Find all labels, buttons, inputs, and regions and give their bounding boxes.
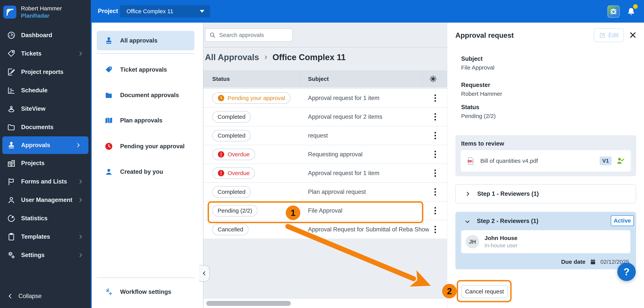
reviewer-card[interactable]: JH John House In-house user: [461, 230, 630, 253]
table-row[interactable]: Overdue Approval request for 1 item: [204, 164, 447, 183]
horizontal-scrollbar: [204, 299, 447, 308]
row-menu-kebab-icon[interactable]: [434, 207, 436, 214]
main-sidebar: Robert Hammer PlanRadar Dashboard Ticket…: [0, 0, 91, 308]
sidebar-item-dashboard[interactable]: Dashboard: [0, 26, 91, 44]
sidebar-item-forms-and-lists[interactable]: Forms and Lists: [0, 172, 91, 191]
brand-block: Robert Hammer PlanRadar: [3, 5, 62, 19]
row-menu-kebab-icon[interactable]: [434, 132, 436, 139]
sidebar-item-approvals[interactable]: Approvals: [2, 136, 88, 154]
search-box[interactable]: [205, 28, 293, 42]
documents-icon: [7, 123, 16, 132]
step1-section[interactable]: Step 1 - Reviewers (1): [455, 184, 636, 203]
subnav-item-ticket-approvals[interactable]: Ticket approvals: [97, 60, 194, 79]
row-menu-kebab-icon[interactable]: [434, 113, 436, 121]
table-row[interactable]: Completed Plan approval request: [204, 183, 447, 201]
status-badge: Completed: [212, 186, 251, 198]
status-badge: Completed: [212, 111, 251, 123]
search-input[interactable]: [219, 32, 288, 38]
table-row[interactable]: Completed request: [204, 126, 447, 145]
table-settings-gear-icon[interactable]: [429, 75, 437, 83]
help-button[interactable]: ?: [617, 263, 636, 281]
subnav-item-label: Created by you: [120, 168, 163, 175]
sidebar-nav: Dashboard Tickets Project reports Schedu…: [0, 26, 91, 264]
sidebar-item-templates[interactable]: Templates: [0, 228, 91, 246]
sidebar-collapse-button[interactable]: Collapse: [7, 293, 42, 300]
subnav-divider: [97, 278, 194, 278]
caret-down-icon: [200, 10, 204, 13]
row-menu-kebab-icon[interactable]: [434, 94, 436, 102]
translate-app-icon[interactable]: [607, 5, 620, 18]
project-selector[interactable]: Office Complex 11: [120, 5, 210, 17]
row-menu-kebab-icon[interactable]: [434, 188, 436, 196]
row-subject: Approval Request for Submittal of Reba S…: [308, 226, 429, 233]
approvals-stamp-icon: [7, 141, 16, 150]
file-version-badge[interactable]: V1: [600, 156, 612, 165]
items-to-review-title: Items to review: [461, 140, 504, 147]
table-row-selected[interactable]: Pending (2/2) File Approval: [204, 201, 447, 220]
sidebar-item-label: SiteView: [21, 105, 46, 112]
breadcrumb: All Approvals Office Complex 11: [205, 52, 346, 62]
projects-icon: [7, 159, 16, 167]
row-menu-kebab-icon[interactable]: [434, 226, 436, 233]
chevron-down-icon[interactable]: [464, 219, 470, 224]
subnav-item-created-by-you[interactable]: Created by you: [97, 162, 194, 182]
statistics-pie-icon: [7, 214, 16, 223]
subnav-item-document-approvals[interactable]: Document approvals: [97, 85, 194, 105]
forms-flag-icon: [7, 177, 16, 186]
settings-gears-icon: [7, 251, 16, 260]
sidebar-item-user-management[interactable]: User Management: [0, 191, 91, 209]
table-row[interactable]: Cancelled Approval Request for Submittal…: [204, 220, 447, 239]
status-value: Pending (2/2): [461, 113, 496, 119]
close-icon[interactable]: [628, 31, 637, 39]
sidebar-item-settings[interactable]: Settings: [0, 246, 91, 264]
sidebar-item-projects[interactable]: Projects: [0, 154, 91, 172]
sidebar-item-documents[interactable]: Documents: [0, 118, 91, 136]
status-badge: Cancelled: [212, 224, 248, 235]
cancel-request-button[interactable]: Cancel request: [461, 285, 508, 298]
planradar-logo-icon[interactable]: [3, 5, 16, 18]
reviewer-assigned-icon: [616, 156, 625, 165]
due-date-row: Due date 02/12/2025: [561, 259, 629, 265]
subnav-item-all-approvals[interactable]: All approvals: [97, 31, 194, 50]
step2-label: Step 2 - Reviewers (1): [477, 218, 538, 224]
project-selector-value: Office Complex 11: [126, 8, 173, 14]
table-row[interactable]: Overdue Requesting approval: [204, 145, 447, 164]
row-menu-kebab-icon[interactable]: [434, 169, 436, 177]
column-header-subject[interactable]: Subject: [308, 76, 329, 82]
file-item-row[interactable]: PDF Bill of quantities v4.pdf V1: [461, 150, 631, 172]
sidebar-item-schedule[interactable]: Schedule: [0, 81, 91, 100]
table-row[interactable]: Pending your approval Approval request f…: [204, 89, 447, 108]
requester-value: Robert Hammer: [461, 91, 502, 97]
table-row[interactable]: Completed Approval request for 2 items: [204, 108, 447, 126]
subnav-item-label: Workflow settings: [120, 289, 171, 295]
status-badge: Completed: [212, 130, 251, 141]
row-menu-kebab-icon[interactable]: [434, 151, 436, 158]
step1-label: Step 1 - Reviewers (1): [477, 190, 539, 197]
sidebar-item-project-reports[interactable]: Project reports: [0, 63, 91, 81]
step2-active-badge: Active: [611, 215, 634, 226]
scrollbar-thumb[interactable]: [206, 301, 291, 306]
overdue-alert-icon: [218, 170, 224, 177]
approval-request-panel: Approval request Edit Subject File Appro…: [447, 23, 644, 308]
project-reports-icon: [7, 68, 16, 76]
sidebar-item-statistics[interactable]: Statistics: [0, 209, 91, 228]
subnav-item-plan-approvals[interactable]: Plan approvals: [97, 111, 194, 130]
edit-label: Edit: [608, 32, 618, 39]
sidebar-item-label: Forms and Lists: [21, 178, 67, 185]
breadcrumb-root[interactable]: All Approvals: [205, 52, 259, 62]
overdue-alert-icon: [218, 151, 224, 158]
subnav-item-pending-your-approval[interactable]: Pending your approval: [97, 137, 194, 156]
due-date-label: Due date: [561, 259, 586, 265]
sidebar-item-label: Templates: [21, 233, 50, 240]
chevron-right-icon: [78, 179, 84, 184]
workflow-gears-icon: [104, 288, 113, 296]
search-icon: [209, 32, 216, 38]
sidebar-item-siteview[interactable]: SiteView: [0, 100, 91, 118]
stamp-icon: [104, 36, 113, 45]
column-header-status[interactable]: Status: [212, 76, 230, 82]
sidebar-item-tickets[interactable]: Tickets: [0, 44, 91, 63]
panel-collapse-handle[interactable]: [199, 265, 210, 282]
status-badge: Overdue: [212, 149, 255, 160]
subnav-item-workflow-settings[interactable]: Workflow settings: [97, 282, 194, 302]
edit-button[interactable]: Edit: [594, 28, 624, 42]
